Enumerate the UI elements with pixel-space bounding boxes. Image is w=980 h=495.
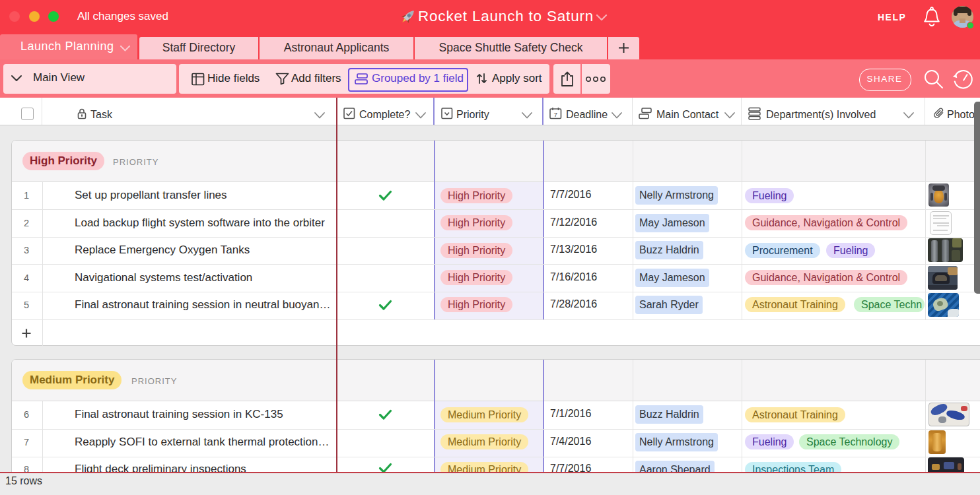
svg-text:7: 7 xyxy=(554,111,557,118)
